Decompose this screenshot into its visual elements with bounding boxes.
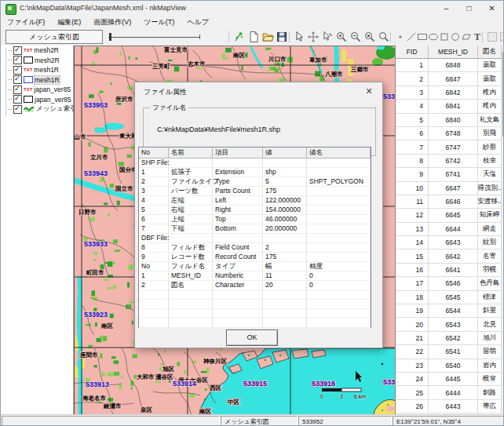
properties-row[interactable]: 2ファイルタイプType5SHPT_POLYGON <box>139 177 371 187</box>
layer-checkbox[interactable] <box>13 66 22 75</box>
table-row[interactable]: 196544斜里 <box>396 304 502 318</box>
properties-row[interactable] <box>139 309 371 319</box>
layer-item-japan_ver85[interactable]: TXTjapan_ver85 <box>1 85 73 95</box>
layer-selector[interactable]: メッシュ索引図 <box>5 30 103 44</box>
zoom-slider-thumb[interactable] <box>109 33 111 41</box>
menu-item[interactable]: 画面操作(V) <box>87 16 137 28</box>
table-row[interactable]: 96741天塩 <box>396 168 502 181</box>
layer-checkbox[interactable] <box>13 86 22 94</box>
table-row[interactable]: 46841稚内 <box>396 100 502 113</box>
properties-row[interactable]: 9レコード数Record Count175 <box>139 253 371 262</box>
layer-checkbox[interactable] <box>13 95 22 104</box>
layer-item-mesh2R[interactable]: TXTmesh2R <box>1 46 73 56</box>
properties-row[interactable] <box>139 300 371 309</box>
table-row[interactable]: 156642名寄 <box>396 249 502 263</box>
layer-item-メッシュ索引図[interactable]: メッシュ索引図 <box>1 104 73 115</box>
layer-label[interactable]: mesh2R <box>34 46 59 54</box>
zoom-in-icon[interactable] <box>335 31 348 43</box>
edit-mesh-icon[interactable] <box>486 31 499 43</box>
layer-checkbox[interactable] <box>13 56 22 64</box>
table-row[interactable]: 106647得茂別.. <box>396 182 502 195</box>
menu-item[interactable]: ツール(T) <box>137 16 181 28</box>
minimize-button[interactable]: – <box>435 1 458 16</box>
file-properties-grid[interactable]: No名前項目値値名 SHP File:1拡張子Extensionshp2ファイル… <box>138 147 371 328</box>
table-row[interactable]: 226541留萌 <box>396 345 502 359</box>
attribute-table-header[interactable]: FIDMESH_ID図名 <box>396 46 502 59</box>
table-row[interactable]: 176546色丹島 <box>396 277 502 290</box>
properties-row[interactable]: 7下端Bottom20.000000 <box>139 224 371 234</box>
properties-row[interactable]: 1拡張子Extensionshp <box>139 168 371 177</box>
attribute-table[interactable]: FIDMESH_ID図名 16848蘂取26847蘂取36842稚内46841稚… <box>395 46 502 414</box>
table-row[interactable]: 146643紋別 <box>396 236 502 249</box>
layer-label[interactable]: mesh1R <box>34 66 59 74</box>
attr-col-header[interactable]: FID <box>396 46 429 58</box>
zoom-slider[interactable] <box>108 37 200 38</box>
table-row[interactable]: 256444釧路 <box>396 386 502 399</box>
properties-row[interactable]: 1MESH_IDNumberic110 <box>139 271 371 281</box>
properties-grid-header[interactable]: No名前項目値値名 <box>139 147 371 158</box>
layer-checkbox[interactable] <box>13 75 22 84</box>
select-cursor-icon[interactable] <box>293 31 305 43</box>
drag-select-icon[interactable] <box>321 31 334 43</box>
properties-row[interactable]: 5右端Right154.000000 <box>139 206 371 215</box>
layer-item-mesh1R[interactable]: TXTmesh1R <box>1 65 73 75</box>
save-icon[interactable] <box>276 31 288 43</box>
layer-label[interactable]: japan_ver85 <box>34 86 71 93</box>
menu-item[interactable]: 編集(E) <box>51 16 87 28</box>
table-row[interactable]: 266443帯広 <box>396 400 502 413</box>
zoom-full-icon[interactable] <box>378 31 390 43</box>
attr-col-header[interactable]: MESH_ID <box>429 46 478 58</box>
menu-item[interactable]: ファイル(F) <box>1 16 51 28</box>
zoom-out-icon[interactable] <box>349 31 362 43</box>
layer-checkbox[interactable] <box>13 46 22 55</box>
table-row[interactable]: 166641羽幌 <box>396 264 502 277</box>
table-row[interactable]: 76747紗那 <box>396 140 502 154</box>
table-row[interactable]: 16848蘂取 <box>396 59 502 72</box>
properties-col-header[interactable]: 値名 <box>307 147 371 158</box>
properties-row[interactable] <box>139 319 371 328</box>
table-row[interactable]: 186545標津 <box>396 291 502 304</box>
table-row[interactable]: 246445根室 <box>396 373 502 386</box>
properties-row[interactable]: 8フィルド数Field Count2 <box>139 243 371 253</box>
zoom-rect-icon[interactable] <box>363 31 376 43</box>
properties-row[interactable]: 2図名Character200 <box>139 281 371 290</box>
map-overview-icon[interactable] <box>233 31 246 43</box>
properties-row[interactable]: DBF File: <box>139 234 371 243</box>
ok-button[interactable]: OK <box>226 330 278 346</box>
properties-col-header[interactable]: No <box>139 147 169 158</box>
properties-row[interactable]: SHP File: <box>139 158 371 168</box>
layer-label[interactable]: japan_ver85 <box>35 96 71 104</box>
menu-item[interactable]: ヘルプ <box>181 16 215 28</box>
edit-mesh2-icon[interactable] <box>499 31 504 43</box>
table-row[interactable]: 36842稚内 <box>396 86 502 100</box>
layer-item-japan_ver85[interactable]: japan_ver85 <box>1 95 73 105</box>
attr-col-header[interactable]: 図名 <box>478 46 502 58</box>
layer-item-mesh2R[interactable]: mesh2R <box>1 56 73 66</box>
properties-col-header[interactable]: 値 <box>263 147 307 158</box>
table-row[interactable]: 126645知床岬 <box>396 209 502 222</box>
dialog-close-icon[interactable]: ✕ <box>362 85 376 97</box>
maximize-button[interactable]: □ <box>458 1 480 16</box>
properties-col-header[interactable]: 名前 <box>169 147 213 158</box>
properties-row[interactable]: 3パーツ数Parts Count175 <box>139 187 371 196</box>
table-row[interactable]: 86742枝幸 <box>396 155 502 168</box>
properties-col-header[interactable]: 項目 <box>213 147 263 158</box>
properties-row[interactable]: Noフィルド名タイプ幅精度 <box>139 262 371 271</box>
layer-item-mesh1R[interactable]: mesh1R <box>1 75 73 86</box>
properties-row[interactable] <box>139 290 371 300</box>
title-bar[interactable]: C:\nkMapData\MapFile\JapanMesh.xml - nkM… <box>1 1 503 16</box>
layer-checkbox[interactable] <box>13 105 22 114</box>
properties-row[interactable]: 4左端Left122.000000 <box>139 196 371 206</box>
dialog-title-bar[interactable]: ファイル属性 ✕ <box>135 82 382 100</box>
table-row[interactable]: 236540岩内 <box>396 359 502 373</box>
layer-label[interactable]: mesh2R <box>35 56 60 64</box>
table-row[interactable]: 216542旭川 <box>396 332 502 345</box>
table-row[interactable]: 26847蘂取 <box>396 72 502 86</box>
table-row[interactable]: 116646安渡移.. <box>396 195 502 209</box>
table-row[interactable]: 206543北見 <box>396 318 502 331</box>
table-row[interactable]: 66748別飛 <box>396 127 502 140</box>
table-row[interactable]: 136644網走 <box>396 223 502 236</box>
new-file-icon[interactable] <box>247 31 260 43</box>
layer-label[interactable]: mesh1R <box>35 76 60 84</box>
pan-icon[interactable] <box>307 31 320 43</box>
